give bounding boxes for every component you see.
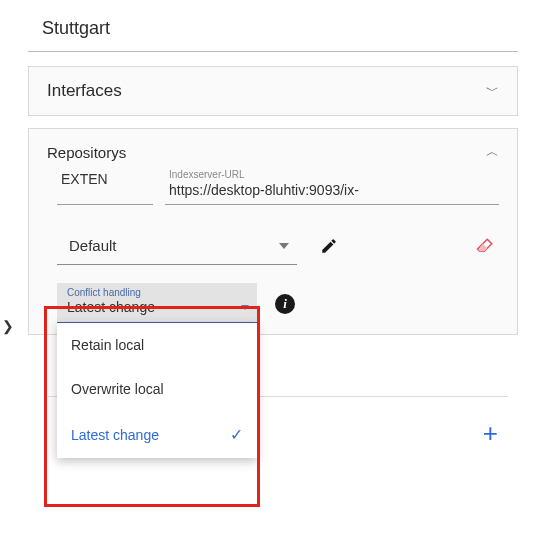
edit-button[interactable] — [315, 232, 343, 260]
option-label: Latest change — [71, 427, 159, 443]
interfaces-header[interactable]: Interfaces ﹀ — [29, 67, 517, 115]
indexserver-url-value: https://desktop-8luhtiv:9093/ix- — [169, 182, 495, 198]
profile-select[interactable]: Default — [57, 227, 297, 265]
page-title-row: Stuttgart — [28, 8, 518, 52]
option-label: Retain local — [71, 337, 144, 353]
conflict-option-overwrite-local[interactable]: Overwrite local — [57, 367, 257, 411]
option-label: Overwrite local — [71, 381, 164, 397]
profile-select-value: Default — [69, 237, 117, 254]
conflict-option-retain-local[interactable]: Retain local — [57, 323, 257, 367]
indexserver-url-field[interactable]: Indexserver-URL https://desktop-8luhtiv:… — [165, 167, 499, 205]
chevron-up-icon: ︿ — [486, 143, 499, 161]
repositorys-panel: Repositorys ︿ EXTEN Indexserver-URL http… — [28, 128, 518, 335]
check-icon: ✓ — [230, 425, 243, 444]
expand-left-icon[interactable]: ❯ — [2, 318, 14, 334]
interfaces-panel: Interfaces ﹀ — [28, 66, 518, 116]
conflict-handling-select[interactable]: Conflict handling Latest change — [57, 283, 257, 324]
add-button[interactable]: + — [483, 418, 498, 449]
dropdown-caret-icon — [279, 243, 289, 249]
chevron-down-icon: ﹀ — [486, 82, 499, 100]
repositorys-title: Repositorys — [47, 144, 126, 161]
conflict-option-latest-change[interactable]: Latest change ✓ — [57, 411, 257, 458]
pencil-icon — [320, 237, 338, 255]
info-icon[interactable]: i — [275, 294, 295, 314]
delete-button[interactable] — [471, 232, 499, 260]
conflict-handling-label: Conflict handling — [67, 287, 155, 298]
indexserver-url-label: Indexserver-URL — [169, 169, 495, 180]
conflict-handling-value: Latest change — [67, 299, 155, 315]
page-title: Stuttgart — [42, 18, 110, 38]
interfaces-title: Interfaces — [47, 81, 122, 101]
eraser-icon — [476, 237, 494, 255]
dropdown-caret-icon — [241, 305, 249, 310]
conflict-dropdown: Retain local Overwrite local Latest chan… — [57, 323, 257, 458]
repo-name-value: EXTEN — [61, 171, 149, 187]
repositorys-header[interactable]: Repositorys ︿ — [29, 129, 517, 167]
repo-name-field[interactable]: EXTEN — [57, 167, 153, 205]
